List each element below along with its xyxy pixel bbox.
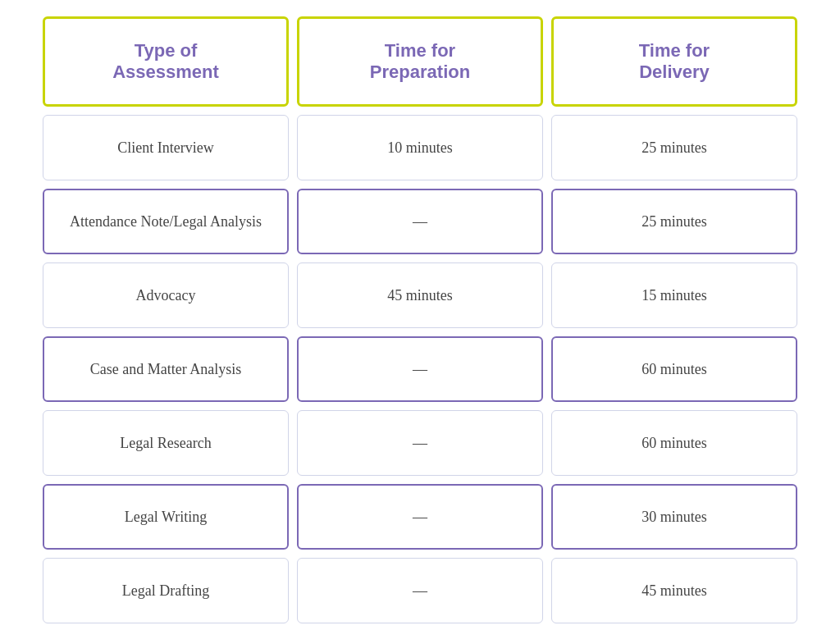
header-col2: Time for Preparation — [297, 16, 543, 107]
row-2-col2: — — [297, 189, 543, 254]
row-6-col3: 30 minutes — [551, 484, 797, 550]
row-7-col1: Legal Drafting — [43, 558, 289, 623]
row-3-col2: 45 minutes — [297, 262, 543, 328]
table-grid: Type of Assessment Time for Preparation … — [43, 16, 797, 623]
row-5-col2: — — [297, 410, 543, 476]
row-4-col2: — — [297, 336, 543, 402]
row-7-col3: 45 minutes — [551, 558, 797, 623]
row-3-col3: 15 minutes — [551, 262, 797, 328]
row-3-col1: Advocacy — [43, 262, 289, 328]
row-4-col3: 60 minutes — [551, 336, 797, 402]
row-4-col1: Case and Matter Analysis — [43, 336, 289, 402]
table-wrapper: Type of Assessment Time for Preparation … — [26, 0, 814, 630]
row-7-col2: — — [297, 558, 543, 623]
row-5-col3: 60 minutes — [551, 410, 797, 476]
row-6-col1: Legal Writing — [43, 484, 289, 550]
row-1-col1: Client Interview — [43, 115, 289, 180]
row-6-col2: — — [297, 484, 543, 550]
row-2-col1: Attendance Note/Legal Analysis — [43, 189, 289, 254]
row-1-col3: 25 minutes — [551, 115, 797, 180]
row-2-col3: 25 minutes — [551, 189, 797, 254]
header-col3: Time for Delivery — [551, 16, 797, 107]
row-5-col1: Legal Research — [43, 410, 289, 476]
row-1-col2: 10 minutes — [297, 115, 543, 180]
header-col1: Type of Assessment — [43, 16, 289, 107]
